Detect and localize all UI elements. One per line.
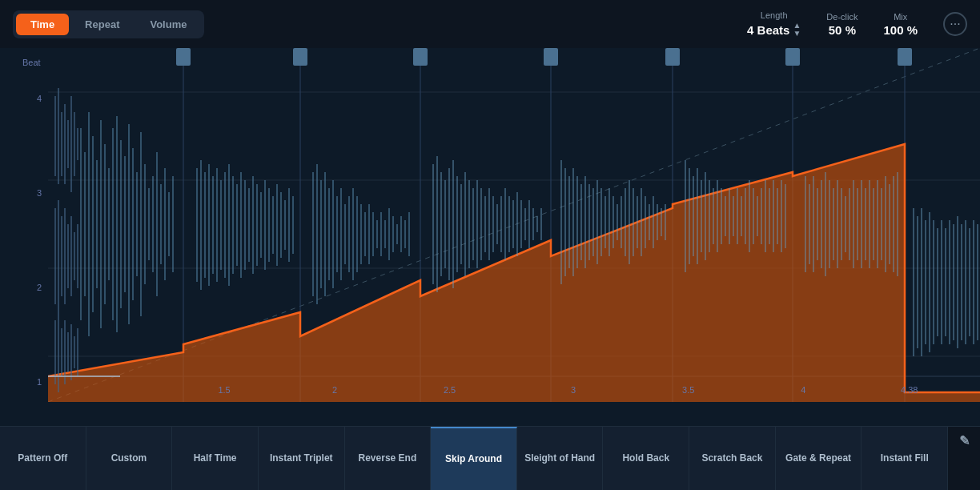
svg-rect-150 (685, 160, 686, 272)
svg-rect-152 (693, 176, 694, 256)
svg-rect-18 (665, 48, 680, 66)
main-chart (48, 48, 980, 402)
svg-rect-172 (773, 180, 774, 252)
length-value[interactable]: 4 Beats ▲▼ (747, 22, 801, 38)
x-label-2-5: 2.5 (444, 385, 456, 395)
x-label-4-38: 4.38 (901, 385, 918, 395)
svg-rect-239 (74, 336, 75, 368)
preset-hold-back[interactable]: Hold Back (603, 427, 689, 490)
svg-rect-24 (92, 136, 94, 312)
svg-rect-212 (961, 224, 962, 340)
svg-rect-114 (508, 196, 510, 252)
svg-rect-64 (272, 196, 274, 254)
svg-rect-214 (969, 228, 970, 336)
svg-rect-80 (352, 188, 354, 280)
svg-rect-166 (749, 180, 750, 252)
mix-control: Mix 100 % (883, 12, 918, 37)
svg-rect-100 (452, 160, 454, 288)
svg-rect-51 (220, 180, 222, 270)
svg-rect-162 (733, 196, 734, 236)
svg-rect-23 (88, 112, 90, 336)
svg-rect-43 (168, 192, 170, 256)
svg-rect-143 (641, 188, 642, 256)
preset-instant-triplet[interactable]: Instant Triplet (259, 427, 345, 490)
svg-rect-132 (596, 180, 598, 264)
svg-rect-145 (649, 204, 650, 240)
svg-rect-185 (841, 188, 842, 260)
svg-rect-205 (933, 220, 934, 344)
preset-gate-repeat[interactable]: Gate & Repeat (776, 427, 862, 490)
svg-rect-63 (268, 188, 270, 262)
svg-rect-197 (889, 184, 890, 264)
declick-value[interactable]: 50 % (829, 23, 856, 37)
preset-sleight-of-hand[interactable]: Sleight of Hand (517, 427, 604, 490)
svg-rect-234 (58, 312, 59, 392)
svg-rect-66 (280, 192, 282, 258)
svg-rect-199 (897, 172, 898, 276)
svg-rect-196 (885, 176, 886, 272)
svg-rect-40 (156, 152, 158, 296)
preset-custom[interactable]: Custom (86, 427, 173, 490)
svg-rect-111 (496, 204, 498, 244)
svg-rect-115 (512, 200, 514, 248)
svg-rect-104 (468, 180, 470, 268)
svg-rect-77 (340, 188, 342, 280)
svg-rect-39 (152, 176, 154, 272)
viz-area: Beat 4 3 2 1 (0, 48, 980, 426)
svg-rect-98 (444, 180, 446, 268)
svg-rect-201 (917, 216, 918, 348)
svg-rect-175 (785, 184, 786, 248)
svg-rect-88 (384, 220, 386, 248)
svg-rect-48 (208, 164, 210, 286)
svg-rect-186 (845, 196, 846, 252)
svg-rect-27 (104, 144, 106, 304)
preset-skip-around[interactable]: Skip Around (431, 427, 517, 490)
svg-rect-33 (128, 124, 130, 324)
svg-rect-225 (54, 208, 56, 304)
svg-rect-198 (893, 176, 894, 272)
preset-reverse-end[interactable]: Reverse End (345, 427, 432, 490)
tab-repeat[interactable]: Repeat (70, 14, 134, 35)
svg-rect-93 (404, 220, 406, 248)
preset-half-time[interactable]: Half Time (172, 427, 259, 490)
svg-rect-32 (124, 156, 126, 292)
svg-rect-184 (837, 180, 838, 268)
header: Time Repeat Volume Length 4 Beats ▲▼ De-… (0, 0, 980, 48)
svg-rect-169 (761, 188, 762, 244)
tab-time[interactable]: Time (16, 14, 69, 35)
svg-rect-189 (857, 188, 858, 260)
preset-scratch-back[interactable]: Scratch Back (689, 427, 776, 490)
svg-rect-118 (524, 208, 526, 240)
more-button[interactable]: ··· (943, 12, 967, 36)
mix-value[interactable]: 100 % (883, 23, 918, 37)
svg-rect-224 (77, 128, 78, 160)
svg-rect-168 (757, 196, 758, 236)
svg-rect-94 (408, 212, 410, 256)
svg-rect-101 (456, 176, 458, 272)
y-axis: 4 3 2 1 (0, 48, 48, 426)
viz-canvas: 1.5 2 2.5 3 3.5 4 4.38 (48, 48, 980, 402)
svg-rect-71 (316, 164, 318, 304)
tab-volume[interactable]: Volume (135, 14, 201, 35)
svg-rect-19 (785, 48, 800, 66)
preset-pencil-button[interactable]: ✎ (948, 427, 980, 456)
svg-rect-119 (528, 200, 530, 248)
svg-rect-139 (625, 188, 626, 256)
svg-rect-65 (276, 184, 278, 266)
svg-rect-79 (348, 196, 350, 272)
svg-rect-215 (973, 220, 974, 344)
svg-rect-240 (77, 328, 78, 376)
svg-rect-87 (380, 212, 382, 256)
preset-instant-fill[interactable]: Instant Fill (862, 427, 948, 490)
svg-rect-91 (396, 224, 398, 244)
svg-rect-149 (665, 204, 666, 240)
svg-rect-120 (532, 208, 534, 240)
svg-rect-141 (633, 188, 634, 256)
svg-rect-192 (869, 180, 870, 268)
svg-rect-52 (224, 172, 226, 278)
svg-rect-210 (953, 224, 954, 340)
svg-rect-228 (64, 208, 66, 304)
svg-rect-112 (500, 196, 502, 252)
svg-rect-60 (256, 184, 258, 266)
preset-pattern-off[interactable]: Pattern Off (0, 427, 86, 490)
